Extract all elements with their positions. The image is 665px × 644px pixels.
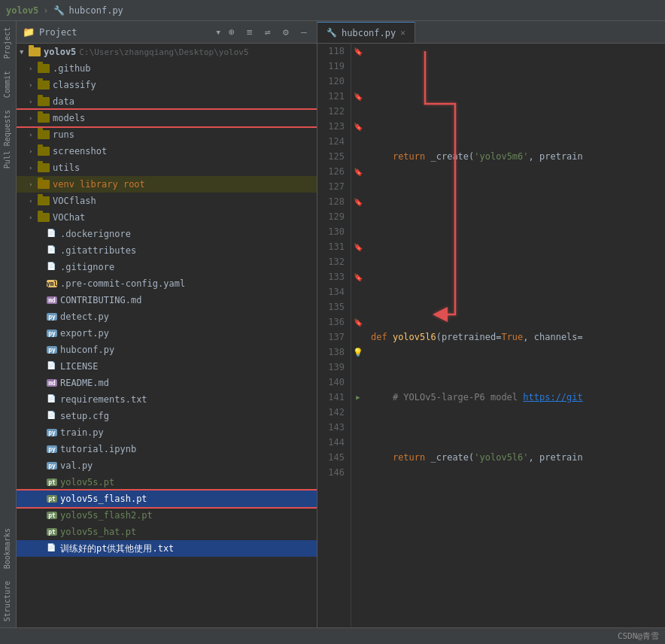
classify-arrow: ›: [29, 81, 38, 89]
tree-vochat[interactable]: › VOChat: [17, 209, 317, 226]
vtab-pull-requests[interactable]: Pull Requests: [0, 104, 16, 175]
tree-yolov5sflash2pt[interactable]: › pt yolov5s_flash2.pt: [17, 507, 317, 524]
tree-hubconf[interactable]: › py hubconf.py: [17, 342, 317, 358]
tree-readme[interactable]: › md README.md: [17, 375, 317, 391]
tree-export[interactable]: › py export.py: [17, 325, 317, 342]
hubconf-icon: py: [47, 346, 57, 354]
gutter-141: ▶: [351, 390, 365, 405]
run-141-icon[interactable]: ▶: [356, 393, 360, 401]
gutter-130: [351, 224, 365, 239]
tree-yolov5shatpt[interactable]: › pt yolov5s_hat.pt: [17, 524, 317, 540]
tree-yolov5spt[interactable]: › pt yolov5s.pt: [17, 474, 317, 491]
panel-locate-icon[interactable]: ⊕: [225, 26, 238, 39]
line-122-content: # YOLOv5-large-P6 model https://git: [371, 390, 583, 405]
panel-collapse-icon[interactable]: ≡: [243, 26, 257, 39]
vtab-project[interactable]: Project: [0, 21, 16, 65]
gutter-123: 🔖: [351, 119, 365, 134]
root-label: yolov5: [44, 47, 76, 57]
tree-contributing[interactable]: › md CONTRIBUTING.md: [17, 292, 317, 308]
export-icon: py: [47, 330, 57, 337]
tree-screenshot[interactable]: › screenshot: [17, 143, 317, 159]
bookmark-128: 🔖: [354, 198, 363, 206]
code-line-118: return _create('yolov5m6', pretrain: [371, 149, 659, 164]
yolov5sflash2pt-label: yolov5s_flash2.pt: [60, 510, 153, 521]
tree-gitignore[interactable]: › 📄 .gitignore: [17, 259, 317, 275]
screenshot-arrow: ›: [29, 147, 38, 155]
tab-close-btn[interactable]: ✕: [400, 28, 405, 38]
tree-detect[interactable]: › py detect.py: [17, 308, 317, 325]
tree-gitattributes[interactable]: › 📄 .gitattributes: [17, 242, 317, 259]
readme-icon: md: [47, 379, 57, 387]
tree-license[interactable]: › 📄 LICENSE: [17, 358, 317, 375]
gutter-135: [351, 299, 365, 314]
tree-train[interactable]: › py train.py: [17, 424, 317, 441]
tree-utils[interactable]: › utils: [17, 159, 317, 176]
panel-expand-icon[interactable]: ⇌: [261, 26, 275, 39]
tree-root[interactable]: ▼ yolov5 C:\Users\zhangqiang\Desktop\yol…: [17, 44, 317, 60]
gutter-143: [351, 420, 365, 435]
github-arrow: ›: [29, 65, 38, 72]
vtab-bookmarks[interactable]: Bookmarks: [0, 522, 16, 575]
export-label: export.py: [60, 328, 109, 339]
code-line-123: return _create('yolov5l6', pretrain: [371, 450, 659, 465]
gutter-125: [351, 149, 365, 164]
gutter-118: 🔖: [351, 44, 365, 59]
gutter-137: [351, 330, 365, 345]
tree-val[interactable]: › py val.py: [17, 457, 317, 474]
bookmark-123: 🔖: [354, 123, 363, 131]
bulb-138-icon[interactable]: 💡: [353, 348, 363, 357]
tree-classify[interactable]: › classify: [17, 77, 317, 93]
data-folder-icon: [38, 97, 50, 106]
venv-label: venv library root: [53, 179, 145, 190]
code-panel: 🔧 hubconf.py ✕ 118 119 120 121 122 123 1…: [317, 21, 665, 627]
tree-requirements[interactable]: › 📄 requirements.txt: [17, 391, 317, 408]
dockerignore-icon: 📄: [47, 229, 57, 239]
root-folder-icon: [29, 47, 41, 56]
utils-folder-icon: [38, 163, 50, 172]
tree-runs[interactable]: › runs: [17, 126, 317, 143]
yolov5spt-icon: pt: [47, 478, 57, 486]
vtab-structure[interactable]: Structure: [0, 575, 16, 627]
tutorial-label: tutorial.ipynb: [60, 444, 136, 454]
gutter-119: [351, 59, 365, 74]
runs-label: runs: [53, 129, 74, 140]
panel-title: Project: [39, 27, 212, 38]
gutter-140: [351, 375, 365, 390]
tree-yolov5sflashpt[interactable]: › pt yolov5s_flash.pt: [17, 491, 317, 507]
tree-dockerignore[interactable]: › 📄 .dockerignore: [17, 226, 317, 242]
title-bar: yolov5 › 🔧 hubconf.py: [0, 0, 665, 21]
detect-label: detect.py: [60, 311, 109, 322]
screenshot-label: screenshot: [53, 146, 107, 156]
gitignore-label: .gitignore: [60, 262, 114, 272]
code-line-122: # YOLOv5-large-P6 model https://git: [371, 390, 659, 405]
bookmark-126: 🔖: [354, 168, 363, 176]
yolov5sflash2pt-icon: pt: [47, 512, 57, 519]
panel-dropdown-icon[interactable]: ▼: [217, 29, 220, 36]
tree-github[interactable]: › .github: [17, 60, 317, 77]
panel-settings-icon[interactable]: ⚙: [279, 26, 293, 39]
code-content[interactable]: return _create('yolov5m6', pretrain def …: [365, 44, 665, 627]
gutter: 🔖 🔖 🔖 🔖 🔖 🔖 🔖 🔖 💡: [351, 44, 365, 627]
github-folder-icon: [38, 64, 50, 73]
readme-label: README.md: [60, 378, 109, 388]
tree-vocflash[interactable]: › VOCflash: [17, 193, 317, 209]
requirements-icon: 📄: [47, 394, 57, 405]
tree-models[interactable]: › models: [17, 110, 317, 126]
tree-tutorial[interactable]: › py tutorial.ipynb: [17, 441, 317, 457]
tab-file-icon: 🔧: [326, 28, 337, 38]
gutter-146: [351, 465, 365, 480]
tree-venv[interactable]: › venv library root: [17, 176, 317, 193]
tree-precommit[interactable]: › yml .pre-commit-config.yaml: [17, 275, 317, 292]
title-sep: ›: [43, 5, 48, 16]
tree-setup[interactable]: › 📄 setup.cfg: [17, 408, 317, 424]
yolov5shatpt-icon: pt: [47, 528, 57, 536]
panel-close-icon[interactable]: —: [297, 26, 311, 39]
editor-tab-hubconf[interactable]: 🔧 hubconf.py ✕: [317, 22, 415, 43]
gutter-139: [351, 360, 365, 375]
tree-xunlian[interactable]: › 📄 训练好的pt供其他使用.txt: [17, 540, 317, 557]
vtab-commit[interactable]: Commit: [0, 65, 16, 104]
tree-data[interactable]: › data: [17, 93, 317, 110]
val-label: val.py: [60, 460, 93, 471]
classify-folder-icon: [38, 80, 50, 90]
requirements-label: requirements.txt: [60, 394, 147, 405]
